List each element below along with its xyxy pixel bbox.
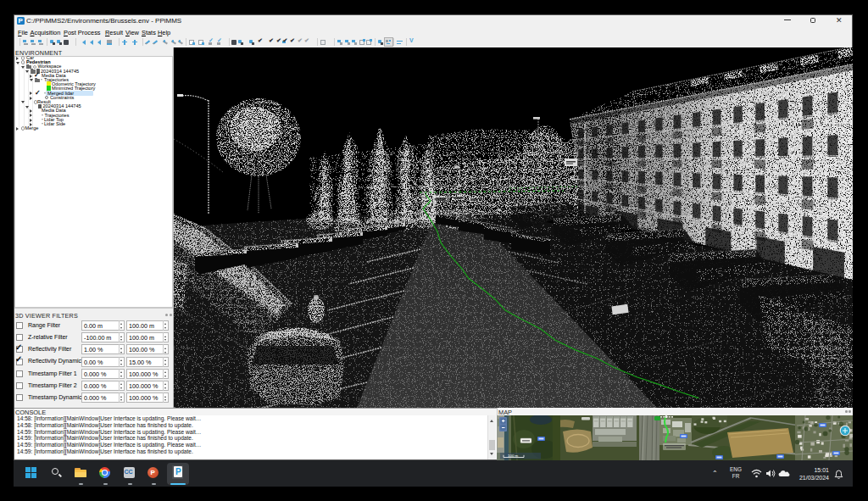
svg-text:100 m: 100 m <box>508 453 519 457</box>
